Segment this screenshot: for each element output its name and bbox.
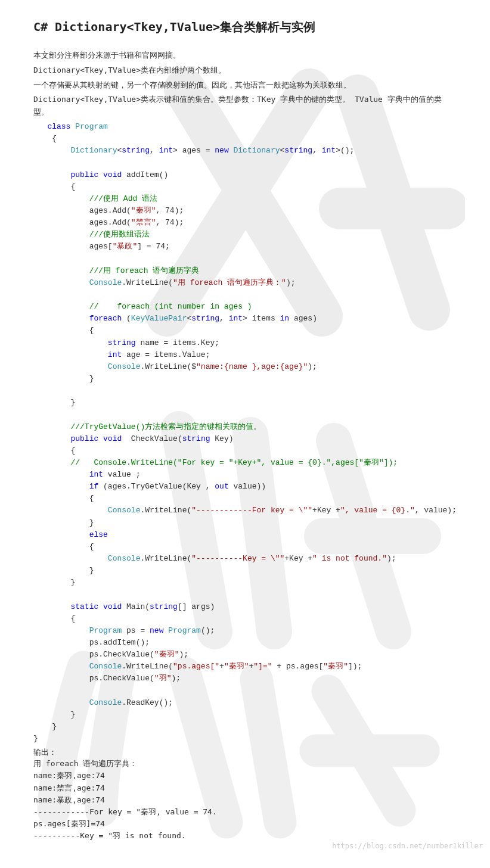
source-url-watermark: https://blog.csdn.net/number1killer — [332, 842, 483, 850]
page-title: C# Dictionary<Tkey,TValue>集合类解析与实例 — [33, 19, 457, 35]
intro-paragraph: 本文部分注释部分来源于书籍和官网网摘。 Dictionary<Tkey,TVal… — [33, 49, 457, 119]
intro-line-2: Dictionary<Tkey,TValue>类在内部维护两个数组。 — [33, 64, 457, 77]
intro-line-3: 一个存储要从其映射的键，另一个存储映射到的值。因此，其他语言一般把这称为关联数组… — [33, 79, 457, 92]
output-label: 输出： — [33, 747, 457, 758]
program-output: 用 foreach 语句遍历字典： name:秦羽,age:74 name:禁言… — [33, 758, 457, 842]
intro-line-4: Dictionary<Tkey,TValue>类表示键和值的集合。类型参数：TK… — [33, 94, 457, 119]
code-block: class Program { Dictionary<string, int> … — [33, 121, 457, 745]
intro-line-1: 本文部分注释部分来源于书籍和官网网摘。 — [33, 49, 457, 62]
